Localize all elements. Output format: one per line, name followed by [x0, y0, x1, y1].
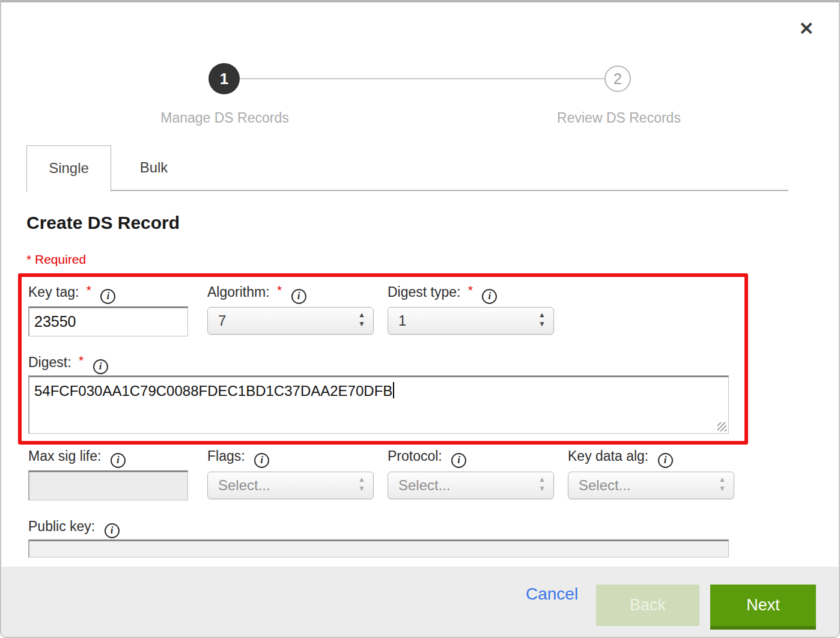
- info-icon[interactable]: i: [658, 453, 673, 468]
- digest-type-label-text: Digest type:: [388, 284, 460, 300]
- select-arrows-icon: ▲ ▼: [538, 476, 546, 494]
- stepper-step-1-circle: 1: [208, 63, 240, 94]
- digest-type-select[interactable]: 1 ▲ ▼: [388, 307, 554, 335]
- algorithm-select[interactable]: 7 ▲ ▼: [207, 307, 374, 335]
- protocol-label-text: Protocol:: [388, 448, 442, 464]
- stepper-step-1-label: Manage DS Records: [135, 110, 315, 126]
- required-asterisk: *: [277, 283, 282, 297]
- info-icon-glyph: i: [483, 290, 496, 302]
- info-icon[interactable]: i: [254, 453, 269, 468]
- cancel-button[interactable]: Cancel: [526, 585, 578, 604]
- digest-type-label: Digest type: * i: [388, 283, 497, 304]
- info-icon-glyph: i: [102, 290, 114, 302]
- info-icon-glyph: i: [112, 454, 124, 466]
- info-icon-glyph: i: [94, 360, 107, 372]
- arrow-down-icon: ▼: [358, 321, 365, 330]
- select-arrows-icon: ▲ ▼: [538, 312, 546, 330]
- key-tag-input[interactable]: 23550: [28, 306, 188, 336]
- select-arrows-icon: ▲ ▼: [358, 312, 365, 330]
- algorithm-selected-value: 7: [218, 312, 226, 329]
- public-key-label-text: Public key:: [28, 518, 95, 534]
- required-asterisk: *: [79, 353, 84, 367]
- public-key-textarea[interactable]: [28, 539, 729, 557]
- max-sig-life-label: Max sig life: i: [28, 448, 126, 468]
- protocol-label: Protocol: i: [388, 448, 466, 468]
- info-icon[interactable]: i: [111, 453, 126, 468]
- flags-label-text: Flags:: [207, 448, 245, 464]
- tab-bulk[interactable]: Bulk: [111, 145, 196, 192]
- key-data-alg-label-text: Key data alg:: [568, 448, 648, 464]
- close-icon[interactable]: ✕: [793, 16, 820, 42]
- info-icon[interactable]: i: [100, 289, 115, 304]
- digest-value: 54FCF030AA1C79C0088FDEC1BD1C37DAA2E70DFB: [34, 383, 392, 399]
- required-asterisk: *: [87, 283, 91, 297]
- info-icon[interactable]: i: [451, 453, 466, 468]
- public-key-label: Public key: i: [28, 518, 120, 538]
- arrow-down-icon: ▼: [538, 485, 546, 494]
- info-icon-glyph: i: [106, 524, 118, 536]
- required-asterisk: *: [468, 283, 473, 297]
- arrow-down-icon: ▼: [358, 485, 365, 494]
- required-note: * Required: [26, 252, 86, 267]
- stepper-step-2-circle: 2: [604, 65, 631, 92]
- stepper-connector-line: [239, 78, 607, 79]
- info-icon-glyph: i: [659, 454, 672, 466]
- max-sig-life-input: [28, 470, 188, 500]
- info-icon-glyph: i: [452, 454, 465, 466]
- text-cursor: [393, 382, 394, 398]
- flags-label: Flags: i: [207, 448, 269, 468]
- max-sig-life-label-text: Max sig life:: [28, 448, 101, 464]
- digest-type-selected-value: 1: [398, 312, 406, 329]
- key-data-alg-label: Key data alg: i: [568, 448, 673, 468]
- info-icon[interactable]: i: [105, 523, 120, 538]
- stepper-step-2-label: Review DS Records: [529, 110, 709, 126]
- select-arrows-icon: ▲ ▼: [358, 476, 365, 494]
- key-tag-label: Key tag: * i: [28, 283, 115, 304]
- arrow-down-icon: ▼: [538, 321, 546, 330]
- algorithm-label-text: Algorithm:: [207, 284, 270, 300]
- key-data-alg-select[interactable]: Select... ▲ ▼: [568, 472, 734, 499]
- create-ds-record-dialog: ✕ 1 2 Manage DS Records Review DS Record…: [0, 0, 840, 638]
- select-arrows-icon: ▲ ▼: [719, 476, 726, 494]
- algorithm-label: Algorithm: * i: [207, 283, 306, 304]
- flags-select[interactable]: Select... ▲ ▼: [207, 472, 374, 499]
- dialog-footer: Cancel Back Next: [1, 567, 839, 637]
- protocol-select[interactable]: Select... ▲ ▼: [388, 472, 554, 499]
- arrow-down-icon: ▼: [719, 485, 726, 494]
- page-title: Create DS Record: [26, 213, 180, 233]
- flags-selected-value: Select...: [218, 477, 270, 494]
- tab-single[interactable]: Single: [26, 145, 111, 192]
- key-tag-value: 23550: [34, 313, 76, 330]
- key-data-alg-selected-value: Select...: [579, 477, 631, 494]
- textarea-resize-handle[interactable]: [717, 422, 726, 431]
- protocol-selected-value: Select...: [398, 477, 451, 494]
- info-icon[interactable]: i: [482, 289, 497, 304]
- info-icon-glyph: i: [293, 290, 305, 302]
- key-tag-label-text: Key tag:: [28, 284, 79, 300]
- back-button: Back: [596, 585, 699, 626]
- info-icon-glyph: i: [255, 454, 268, 466]
- next-button[interactable]: Next: [710, 585, 816, 630]
- digest-label-text: Digest:: [28, 354, 72, 370]
- info-icon[interactable]: i: [291, 289, 306, 304]
- digest-textarea[interactable]: 54FCF030AA1C79C0088FDEC1BD1C37DAA2E70DFB: [28, 375, 729, 434]
- digest-label: Digest: * i: [28, 353, 108, 374]
- info-icon[interactable]: i: [93, 359, 108, 374]
